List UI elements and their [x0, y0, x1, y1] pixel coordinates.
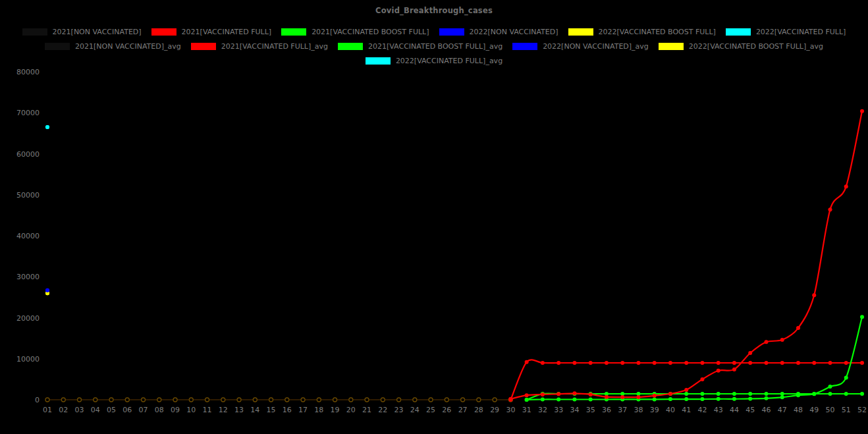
data-point-ring: [493, 398, 497, 402]
data-point-ring: [109, 398, 113, 402]
x-axis-tick-label: 45: [746, 406, 755, 414]
x-axis-tick-label: 36: [602, 406, 611, 414]
data-point: [780, 338, 784, 342]
data-point: [844, 184, 848, 188]
data-point: [780, 392, 784, 396]
x-axis-tick-label: 20: [346, 406, 356, 414]
x-axis-tick-label: 29: [490, 406, 499, 414]
data-point: [684, 392, 688, 396]
y-axis-tick-label: 40000: [16, 232, 40, 240]
data-point: [748, 351, 752, 355]
data-point-ring: [269, 398, 273, 402]
series-line: [510, 111, 862, 399]
data-point: [828, 392, 832, 396]
x-axis-tick-label: 09: [171, 406, 180, 414]
data-point: [684, 361, 688, 365]
x-axis-tick-label: 35: [586, 406, 595, 414]
data-point: [684, 397, 688, 401]
data-point: [780, 395, 784, 399]
y-axis-tick-label: 80000: [16, 68, 40, 76]
data-point: [700, 397, 704, 401]
y-axis-tick-label: 60000: [16, 150, 40, 159]
data-point: [860, 361, 864, 365]
x-axis-tick-label: 18: [314, 406, 323, 414]
data-point: [589, 361, 593, 365]
data-point-ring: [221, 398, 225, 402]
data-point: [764, 396, 768, 400]
data-point: [525, 398, 529, 402]
x-axis-tick-label: 13: [234, 406, 244, 414]
x-axis-tick-label: 43: [714, 406, 723, 414]
data-point: [780, 361, 784, 365]
x-axis-tick-label: 05: [107, 406, 116, 414]
data-point: [844, 375, 848, 379]
data-point: [589, 393, 593, 396]
data-point-ring: [461, 398, 465, 402]
data-point: [572, 398, 576, 402]
x-axis-tick-label: 01: [43, 406, 52, 414]
data-point: [556, 392, 560, 396]
x-axis-tick-label: 52: [857, 406, 867, 414]
data-point: [828, 385, 832, 389]
data-point-ring: [365, 398, 369, 402]
y-axis-tick-label: 10000: [16, 355, 40, 364]
x-axis-tick-label: 08: [155, 406, 164, 414]
data-point: [717, 392, 720, 396]
x-axis-tick-label: 32: [538, 406, 547, 414]
data-point: [45, 288, 49, 292]
data-point: [717, 361, 720, 365]
y-axis-tick-label: 0: [35, 396, 40, 404]
series-line: [527, 317, 862, 400]
y-axis-tick-label: 50000: [16, 191, 40, 200]
y-axis-tick-label: 30000: [16, 273, 40, 281]
x-axis-tick-label: 33: [554, 406, 563, 414]
x-axis-tick-label: 30: [506, 406, 515, 414]
x-axis-tick-label: 11: [203, 406, 212, 414]
data-point: [572, 361, 576, 365]
data-point: [860, 392, 864, 396]
data-point: [764, 340, 768, 344]
data-point: [828, 207, 832, 211]
x-axis-tick-label: 44: [730, 406, 739, 414]
x-axis-tick-label: 19: [331, 406, 340, 414]
data-point: [732, 392, 736, 396]
x-axis-tick-label: 21: [362, 406, 371, 414]
series-zero-baseline-overlapping-2021-markers: [45, 398, 512, 402]
data-point-ring: [413, 398, 417, 402]
x-axis-tick-label: 15: [267, 406, 276, 414]
x-axis-tick-label: 28: [474, 406, 483, 414]
data-point: [653, 397, 657, 401]
x-axis-tick-label: 47: [778, 406, 787, 414]
data-point-ring: [205, 398, 209, 402]
data-point: [525, 393, 529, 397]
data-point-ring: [429, 398, 433, 402]
data-point-ring: [94, 398, 97, 402]
x-axis-tick-label: 27: [458, 406, 468, 414]
data-point: [636, 361, 640, 365]
x-axis-tick-label: 17: [298, 406, 308, 414]
data-point: [812, 361, 816, 365]
data-point: [717, 397, 720, 401]
data-point: [844, 361, 848, 365]
data-point: [796, 393, 800, 397]
data-point: [620, 361, 624, 365]
x-axis-tick-label: 14: [250, 406, 259, 414]
data-point: [541, 398, 545, 402]
data-point-ring: [61, 398, 65, 402]
data-point: [812, 293, 816, 297]
data-point: [525, 360, 529, 364]
data-point: [732, 361, 736, 365]
data-point-ring: [157, 398, 161, 402]
data-point: [732, 367, 736, 371]
data-point-ring: [125, 398, 129, 402]
x-axis-tick-label: 38: [634, 406, 643, 414]
x-axis-tick-label: 26: [442, 406, 451, 414]
data-point: [732, 397, 736, 401]
data-point: [812, 392, 816, 396]
data-point: [700, 361, 704, 365]
data-point-ring: [333, 398, 337, 402]
x-axis-tick-label: 46: [761, 406, 771, 414]
data-point-ring: [317, 398, 321, 402]
x-axis-tick-label: 23: [394, 406, 404, 414]
data-point: [700, 377, 704, 381]
